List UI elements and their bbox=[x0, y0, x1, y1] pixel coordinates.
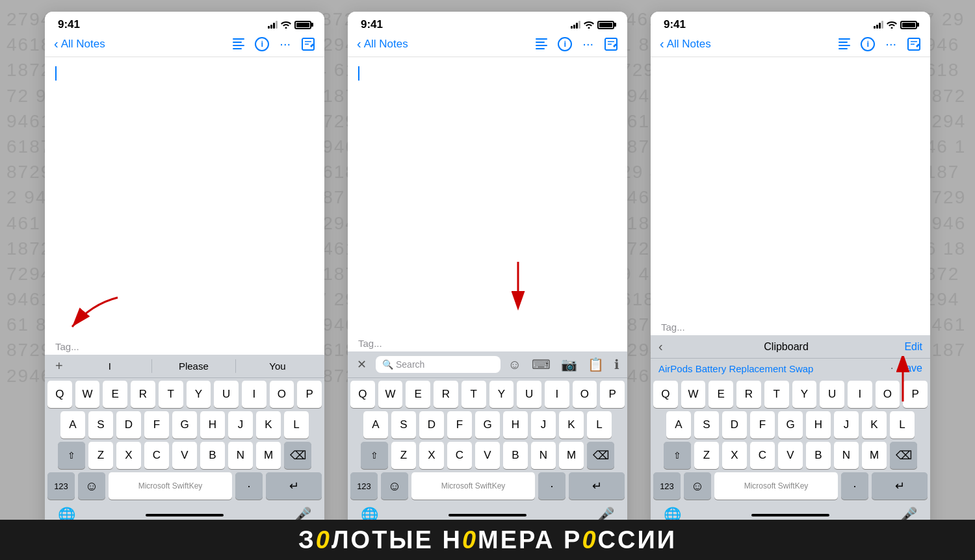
key-J-3[interactable]: J bbox=[834, 411, 859, 439]
key-delete-3[interactable]: ⌫ bbox=[890, 442, 917, 469]
key-M-3[interactable]: M bbox=[862, 442, 887, 469]
key-Q-2[interactable]: Q bbox=[350, 381, 375, 408]
key-V-3[interactable]: V bbox=[778, 442, 803, 469]
key-123-2[interactable]: 123 bbox=[350, 472, 378, 500]
key-D-3[interactable]: D bbox=[722, 411, 747, 439]
key-B-3[interactable]: B bbox=[806, 442, 831, 469]
compose-icon-3[interactable] bbox=[907, 37, 921, 51]
key-W-3[interactable]: W bbox=[681, 381, 706, 408]
key-I-3[interactable]: I bbox=[848, 381, 872, 408]
key-C-3[interactable]: C bbox=[750, 442, 775, 469]
clipboard-back-3[interactable]: ‹ bbox=[658, 339, 663, 354]
key-S-3[interactable]: S bbox=[694, 411, 719, 439]
key-J-2[interactable]: J bbox=[531, 411, 556, 439]
key-return-3[interactable]: ↵ bbox=[872, 472, 928, 500]
key-X-3[interactable]: X bbox=[722, 442, 747, 469]
camera-btn-2[interactable]: 📷 bbox=[558, 355, 580, 374]
key-Q-3[interactable]: Q bbox=[653, 381, 678, 408]
key-C-1[interactable]: C bbox=[144, 442, 169, 469]
back-text-3[interactable]: All Notes bbox=[667, 38, 711, 51]
key-X-2[interactable]: X bbox=[419, 442, 444, 469]
list-icon-2[interactable] bbox=[536, 38, 547, 49]
key-H-3[interactable]: H bbox=[806, 411, 831, 439]
key-O-3[interactable]: O bbox=[876, 381, 900, 408]
key-delete-1[interactable]: ⌫ bbox=[284, 442, 311, 469]
toolbar-close-2[interactable]: ✕ bbox=[353, 356, 370, 373]
key-G-1[interactable]: G bbox=[172, 411, 197, 439]
key-Z-3[interactable]: Z bbox=[694, 442, 719, 469]
key-Q-1[interactable]: Q bbox=[47, 381, 72, 408]
key-U-2[interactable]: U bbox=[517, 381, 541, 408]
list-icon-3[interactable] bbox=[838, 38, 850, 49]
key-L-1[interactable]: L bbox=[284, 411, 309, 439]
compose-icon-2[interactable] bbox=[604, 37, 618, 51]
note-content-2[interactable] bbox=[348, 57, 627, 335]
key-H-1[interactable]: H bbox=[200, 411, 225, 439]
key-D-1[interactable]: D bbox=[116, 411, 141, 439]
key-N-3[interactable]: N bbox=[834, 442, 859, 469]
key-A-1[interactable]: A bbox=[60, 411, 85, 439]
key-V-1[interactable]: V bbox=[172, 442, 197, 469]
key-W-2[interactable]: W bbox=[378, 381, 403, 408]
pred-i-1[interactable]: I bbox=[68, 359, 152, 373]
key-shift-1[interactable]: ⇧ bbox=[58, 442, 85, 469]
key-M-1[interactable]: M bbox=[256, 442, 281, 469]
info-icon-3[interactable]: i bbox=[861, 37, 875, 51]
list-icon-1[interactable] bbox=[233, 38, 244, 49]
key-E-3[interactable]: E bbox=[708, 381, 733, 408]
more-icon-3[interactable]: ··· bbox=[885, 36, 896, 51]
key-I-2[interactable]: I bbox=[545, 381, 569, 408]
clipboard-edit-3[interactable]: Edit bbox=[904, 341, 922, 353]
key-K-1[interactable]: K bbox=[256, 411, 281, 439]
nav-back-2[interactable]: ‹ All Notes bbox=[357, 36, 536, 51]
key-G-3[interactable]: G bbox=[778, 411, 803, 439]
key-G-2[interactable]: G bbox=[475, 411, 500, 439]
key-123-1[interactable]: 123 bbox=[47, 472, 75, 500]
key-E-2[interactable]: E bbox=[406, 381, 430, 408]
key-space-1[interactable]: Microsoft SwiftKey bbox=[109, 472, 232, 500]
clipboard-save-3[interactable]: Save bbox=[899, 363, 922, 374]
key-D-2[interactable]: D bbox=[419, 411, 444, 439]
pred-you-1[interactable]: You bbox=[236, 359, 319, 373]
pred-plus-1[interactable]: + bbox=[50, 359, 68, 374]
key-Y-2[interactable]: Y bbox=[489, 381, 514, 408]
key-K-3[interactable]: K bbox=[862, 411, 887, 439]
info-btn-2[interactable]: ℹ bbox=[612, 355, 622, 374]
back-text-1[interactable]: All Notes bbox=[61, 38, 105, 51]
more-icon-1[interactable]: ··· bbox=[280, 36, 291, 51]
key-shift-2[interactable]: ⇧ bbox=[361, 442, 388, 469]
key-L-3[interactable]: L bbox=[890, 411, 915, 439]
key-Z-2[interactable]: Z bbox=[391, 442, 416, 469]
key-J-1[interactable]: J bbox=[228, 411, 253, 439]
emoji-btn-2[interactable]: ☺ bbox=[506, 356, 524, 374]
key-U-1[interactable]: U bbox=[214, 381, 239, 408]
key-X-1[interactable]: X bbox=[116, 442, 141, 469]
key-N-1[interactable]: N bbox=[228, 442, 253, 469]
key-return-2[interactable]: ↵ bbox=[569, 472, 625, 500]
key-Y-1[interactable]: Y bbox=[187, 381, 211, 408]
key-123-3[interactable]: 123 bbox=[653, 472, 681, 500]
key-period-2[interactable]: · bbox=[538, 472, 566, 500]
more-icon-2[interactable]: ··· bbox=[582, 36, 593, 51]
key-emoji-2[interactable]: ☺ bbox=[381, 472, 408, 500]
key-space-2[interactable]: Microsoft SwiftKey bbox=[411, 472, 535, 500]
key-A-3[interactable]: A bbox=[666, 411, 691, 439]
clipboard-btn-2[interactable]: 📋 bbox=[585, 355, 606, 374]
key-R-3[interactable]: R bbox=[736, 381, 761, 408]
key-P-3[interactable]: P bbox=[903, 381, 928, 408]
key-shift-3[interactable]: ⇧ bbox=[664, 442, 691, 469]
key-Z-1[interactable]: Z bbox=[88, 442, 113, 469]
key-B-1[interactable]: B bbox=[200, 442, 225, 469]
key-F-3[interactable]: F bbox=[750, 411, 775, 439]
key-delete-2[interactable]: ⌫ bbox=[587, 442, 614, 469]
key-P-1[interactable]: P bbox=[297, 381, 322, 408]
key-W-1[interactable]: W bbox=[75, 381, 100, 408]
keyboard-btn-2[interactable]: ⌨ bbox=[529, 355, 553, 374]
key-O-1[interactable]: O bbox=[270, 381, 294, 408]
key-I-1[interactable]: I bbox=[242, 381, 266, 408]
key-P-2[interactable]: P bbox=[600, 381, 625, 408]
note-content-3[interactable] bbox=[651, 57, 930, 319]
info-icon-1[interactable]: i bbox=[255, 37, 269, 51]
key-F-1[interactable]: F bbox=[144, 411, 169, 439]
pred-please-1[interactable]: Please bbox=[152, 359, 236, 373]
